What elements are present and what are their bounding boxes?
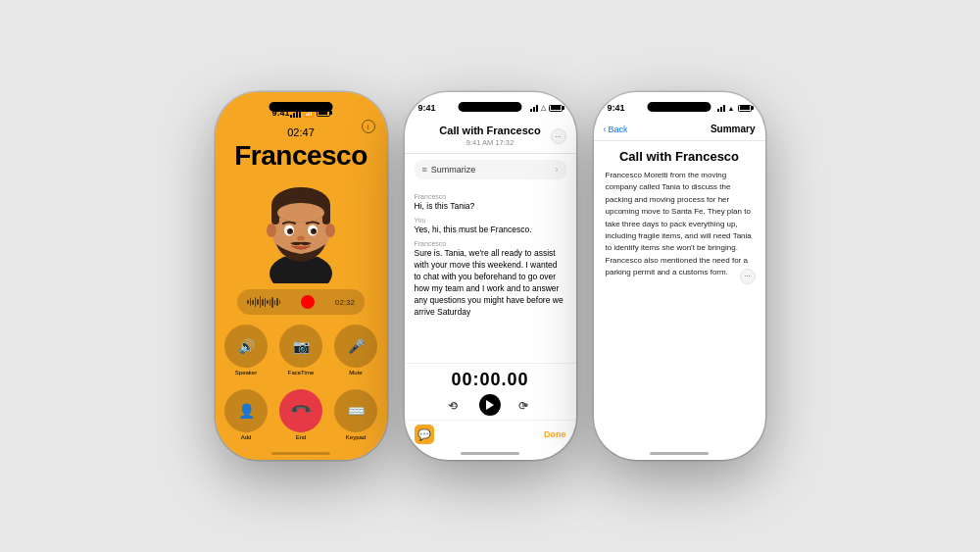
home-indicator-2 (461, 452, 519, 455)
mute-icon: 🎤 (348, 338, 365, 354)
svg-point-13 (297, 236, 305, 241)
svg-point-15 (325, 224, 335, 237)
speaker-1: You (415, 217, 566, 224)
svg-text:15: 15 (451, 402, 458, 408)
end-call-button[interactable]: 📞 (279, 389, 322, 432)
summary-screen: 9:41 ▲ ‹ Back S (594, 92, 765, 460)
waveform: 02:32 (237, 289, 365, 315)
speech-bubble-icon[interactable]: 💬 (415, 425, 434, 444)
svg-point-6 (277, 203, 324, 223)
forward-icon: ⟳ 15 (516, 396, 534, 414)
info-icon[interactable]: i (362, 120, 375, 133)
back-label: Back (609, 125, 628, 134)
summary-text: Francesco Moretti from the moving compan… (606, 170, 754, 279)
back-chevron-icon: ‹ (604, 125, 607, 134)
text-0: Hi, is this Tania? (415, 201, 566, 213)
svg-point-12 (314, 229, 316, 231)
summary-nav-title: Summary (710, 124, 756, 134)
scene: 9:41 📶 i 02:47 Francesco (0, 0, 980, 552)
more-options-button[interactable]: ··· (551, 128, 566, 144)
controls-row-2: 👤 Add 📞 End ⌨️ Keypad (224, 389, 377, 440)
text-2: Sure is. Tania, we're all ready to assis… (415, 248, 566, 318)
bubble-emoji: 💬 (417, 428, 431, 441)
keypad-label: Keypad (346, 434, 366, 440)
end-label: End (296, 434, 307, 440)
battery-icon-2 (549, 105, 563, 112)
home-indicator-3 (650, 452, 709, 455)
wifi-icon-2: △ (541, 104, 546, 112)
phone-3: 9:41 ▲ ‹ Back S (594, 92, 765, 460)
summary-call-title: Call with Francesco (606, 149, 754, 164)
transcript-subtitle: 9:41 AM 17:32 (420, 138, 561, 147)
summary-more-button[interactable]: ··· (740, 269, 756, 284)
status-icons-3: ▲ (717, 105, 752, 112)
dynamic-island-2 (459, 102, 522, 112)
playback-controls: ⟲ 15 ⟳ 15 (405, 394, 576, 416)
speaker-icon: 🔊 (238, 338, 255, 354)
phone-2: 9:41 △ Call with Francesco 9:41 AM 17:32 (405, 92, 576, 460)
summarize-button[interactable]: ≡ Summarize › (415, 160, 566, 179)
back-button[interactable]: ‹ Back (604, 125, 628, 134)
speaker-2: Francesco (415, 240, 566, 247)
transcript-item-1: You Yes, hi, this must be Francesco. (415, 217, 566, 236)
svg-point-9 (287, 228, 293, 234)
mute-label: Mute (349, 370, 362, 376)
speaker-button[interactable]: 🔊 (224, 325, 268, 368)
forward-button[interactable]: ⟳ 15 (514, 394, 536, 416)
keypad-icon: ⌨️ (348, 403, 365, 419)
dynamic-island-3 (648, 102, 711, 112)
transcript-screen: 9:41 △ Call with Francesco 9:41 AM 17:32 (405, 92, 576, 460)
battery-icon-3 (738, 105, 752, 112)
svg-marker-18 (486, 400, 494, 410)
speaker-0: Francesco (415, 193, 566, 200)
keypad-button[interactable]: ⌨️ (334, 389, 377, 432)
summarize-label: Summarize (431, 165, 476, 175)
add-label: Add (241, 434, 252, 440)
caller-name: Francesco (234, 140, 368, 172)
facetime-label: FaceTime (288, 370, 314, 376)
transcript-body: Francesco Hi, is this Tania? You Yes, hi… (405, 185, 576, 363)
dynamic-island-1 (270, 102, 333, 112)
summary-nav: ‹ Back Summary ··· (594, 120, 765, 141)
record-button[interactable] (301, 295, 315, 309)
home-indicator-1 (271, 452, 330, 455)
playback-time: 00:00.00 (405, 370, 576, 390)
mute-button[interactable]: 🎤 (334, 325, 377, 368)
facetime-icon: 📷 (293, 338, 310, 354)
playback-section: 00:00.00 ⟲ 15 (405, 363, 576, 420)
add-icon: 👤 (238, 403, 255, 419)
call-timer: 02:32 (335, 298, 355, 307)
transcript-title: Call with Francesco (420, 124, 561, 137)
call-time: 02:47 (287, 126, 315, 138)
summarize-icon: ≡ (422, 165, 427, 175)
transcript-item-0: Francesco Hi, is this Tania? (415, 193, 566, 213)
add-button[interactable]: 👤 (224, 389, 268, 432)
speaker-label: Speaker (235, 370, 257, 376)
status-time-2: 9:41 (418, 103, 436, 113)
transcript-header: Call with Francesco 9:41 AM 17:32 ··· (405, 120, 576, 154)
memoji-avatar (247, 176, 355, 283)
play-button[interactable] (479, 394, 501, 416)
status-icons-2: △ (530, 104, 563, 112)
end-call-icon: 📞 (289, 399, 312, 422)
transcript-footer: 💬 Done (405, 420, 576, 452)
svg-point-14 (267, 224, 276, 237)
signal-icon-2 (530, 105, 538, 112)
rewind-button[interactable]: ⟲ 15 (444, 394, 466, 416)
phone-1: 9:41 📶 i 02:47 Francesco (216, 92, 387, 460)
rewind-icon: ⟲ 15 (446, 396, 464, 414)
svg-text:15: 15 (521, 402, 528, 408)
summary-body: Call with Francesco Francesco Moretti fr… (594, 141, 765, 305)
done-button[interactable]: Done (544, 429, 566, 439)
svg-point-11 (290, 229, 292, 231)
svg-point-10 (311, 228, 317, 234)
signal-icon-3 (717, 105, 725, 112)
facetime-button[interactable]: 📷 (279, 325, 322, 368)
summarize-chevron-icon: › (556, 165, 559, 175)
controls-row-1: 🔊 Speaker 📷 FaceTime 🎤 Mute (224, 325, 377, 376)
text-1: Yes, hi, this must be Francesco. (415, 225, 566, 236)
transcript-item-2: Francesco Sure is. Tania, we're all read… (415, 240, 566, 318)
status-time-3: 9:41 (608, 103, 625, 113)
play-icon (485, 399, 495, 411)
wifi-icon-3: ▲ (728, 105, 735, 112)
